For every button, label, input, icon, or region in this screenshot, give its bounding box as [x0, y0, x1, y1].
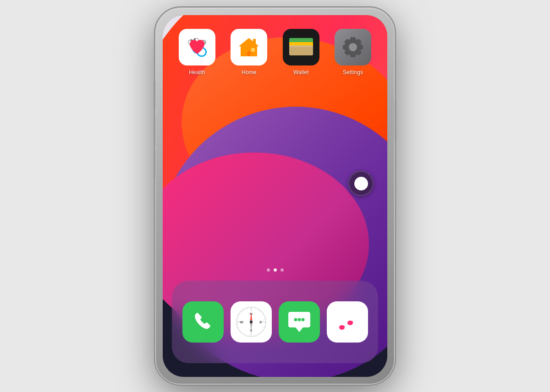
- svg-point-24: [301, 318, 304, 321]
- wallet-svg: [287, 37, 315, 57]
- health-label: Health: [189, 69, 205, 76]
- home-label: Home: [242, 69, 256, 76]
- health-heart-svg: [187, 37, 208, 58]
- svg-text:E: E: [259, 320, 262, 324]
- safari-svg: N S E W: [235, 306, 267, 338]
- svg-point-22: [294, 318, 297, 321]
- svg-point-8: [349, 43, 357, 51]
- home-icon[interactable]: [231, 29, 267, 65]
- app-item-settings[interactable]: Settings: [332, 29, 374, 76]
- settings-gear-svg: [341, 35, 365, 59]
- page-indicator: [163, 268, 387, 272]
- phone-frame: 🩺 Health: [156, 8, 394, 384]
- page-dot-1: [267, 268, 270, 272]
- phone-screen: 🩺 Health: [163, 15, 387, 377]
- wallet-icon[interactable]: [283, 29, 319, 65]
- settings-icon[interactable]: [335, 29, 371, 65]
- dock-music-icon[interactable]: [327, 301, 368, 343]
- assistive-touch-button[interactable]: [348, 171, 374, 196]
- music-svg: [336, 310, 359, 334]
- page-dot-2: [274, 268, 277, 272]
- svg-rect-1: [247, 51, 251, 56]
- svg-point-20: [250, 321, 253, 323]
- dock-messages-icon[interactable]: [279, 301, 320, 343]
- home-svg: [237, 35, 261, 59]
- wallet-label: Wallet: [293, 69, 309, 76]
- messages-svg: [286, 309, 312, 335]
- app-item-wallet[interactable]: Wallet: [280, 29, 322, 76]
- app-item-home[interactable]: Home: [228, 29, 270, 76]
- app-item-health[interactable]: 🩺 Health: [176, 29, 218, 76]
- assistive-touch-inner: [354, 177, 368, 191]
- svg-rect-7: [289, 45, 313, 47]
- dock: N S E W: [172, 281, 378, 363]
- svg-point-23: [297, 318, 301, 321]
- dock-safari-icon[interactable]: N S E W: [231, 301, 272, 343]
- svg-rect-2: [251, 48, 255, 52]
- settings-label: Settings: [343, 69, 363, 76]
- health-icon[interactable]: 🩺: [179, 29, 215, 65]
- phone-svg: [191, 310, 215, 334]
- svg-text:W: W: [240, 320, 243, 324]
- dock-phone-icon[interactable]: [182, 301, 224, 343]
- page-dot-3: [280, 268, 284, 272]
- app-grid: 🩺 Health: [163, 29, 387, 76]
- svg-rect-3: [253, 39, 256, 44]
